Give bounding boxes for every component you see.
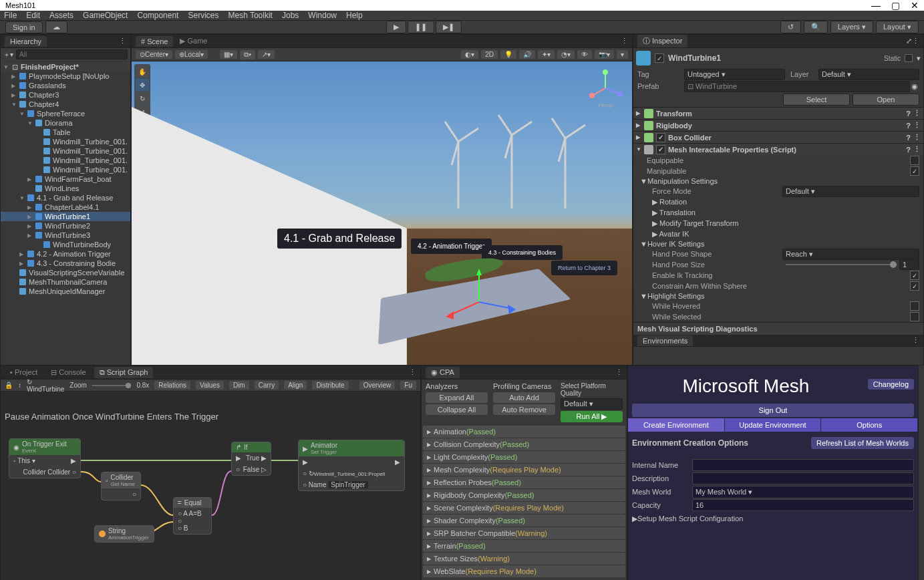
analyzer-row[interactable]: ▶Light Complexity (Passed) — [423, 451, 625, 463]
play-button[interactable]: ▶ — [386, 21, 406, 33]
draw-mode-button[interactable]: ◐▾ — [461, 50, 478, 59]
menu-gameobject[interactable]: GameObject — [83, 11, 128, 20]
rotate-tool[interactable]: ↻ — [136, 92, 149, 104]
step-button[interactable]: ▶❚ — [436, 21, 462, 33]
prefab-open-button[interactable]: Open — [853, 94, 919, 106]
sg-target[interactable]: ↻ WindTurbine — [27, 378, 64, 393]
menu-edit[interactable]: Edit — [26, 11, 40, 20]
while-selected-checkbox[interactable] — [910, 312, 919, 321]
expand-all-button[interactable]: Expand All — [426, 392, 488, 403]
options-tab[interactable]: Options — [821, 418, 918, 432]
constrain-arm-checkbox[interactable]: ✓ — [910, 281, 919, 291]
hierarchy-item[interactable]: ▼4.1 - Grab and Release — [1, 193, 130, 202]
move-gizmo[interactable] — [446, 269, 526, 329]
sg-values[interactable]: Values — [196, 381, 224, 390]
2d-button[interactable]: 2D — [481, 50, 498, 59]
equippable-checkbox[interactable] — [910, 156, 919, 165]
analyzer-row[interactable]: ▶Reflection Probes (Passed) — [423, 476, 625, 488]
hierarchy-item[interactable]: ▶PlaymodeSetup [NoUplo — [1, 71, 130, 81]
hierarchy-item[interactable]: WindLines — [1, 184, 130, 193]
analyzer-row[interactable]: ▶Mesh Complexity (Requires Play Mode) — [423, 464, 625, 476]
hierarchy-item[interactable]: ▶WindFarmFast_boat — [1, 174, 130, 184]
menu-window[interactable]: Window — [308, 11, 337, 20]
sg-lock-icon[interactable]: 🔒 — [5, 382, 13, 389]
hierarchy-create-button[interactable]: ＋▾ — [3, 50, 13, 59]
sg-align[interactable]: Align — [284, 381, 307, 390]
analyzer-row[interactable]: ▶WebSlate (Requires Play Mode) — [423, 565, 625, 577]
capacity-field[interactable] — [692, 499, 914, 511]
force-mode-dropdown[interactable]: Default ▾ — [782, 186, 919, 197]
create-env-tab[interactable]: Create Environment — [628, 418, 725, 432]
hidden-toggle[interactable]: 👁 — [577, 50, 592, 59]
inspector-lock-icon[interactable]: ⤢ — [906, 37, 912, 45]
hierarchy-item[interactable]: WindTurbineBody — [1, 240, 130, 249]
analyzer-row[interactable]: ▶SRP Batcher Compatible (Warning) — [423, 527, 625, 539]
scene-tab[interactable]: # Scene — [136, 36, 173, 47]
hand-pose-size-field[interactable]: 1 — [899, 259, 919, 270]
cloud-button[interactable]: ☁ — [45, 21, 67, 33]
layers-dropdown[interactable]: Layers ▾ — [830, 21, 873, 33]
menu-jobs[interactable]: Jobs — [282, 11, 299, 20]
layer-dropdown[interactable]: Default ▾ — [818, 69, 919, 80]
gameobject-active-checkbox[interactable]: ✓ — [655, 53, 664, 63]
sg-toggle-icon[interactable]: ↕ — [18, 382, 21, 389]
sg-relations[interactable]: Relations — [154, 381, 190, 390]
game-tab[interactable]: ▶ Game — [174, 35, 212, 47]
rigidbody-component[interactable]: Rigidbody — [656, 122, 903, 130]
hierarchy-item[interactable]: ▶WindTurbine3 — [1, 231, 130, 240]
analyzer-row[interactable]: ▶Shader Complexity (Passed) — [423, 515, 625, 527]
project-tab[interactable]: ▪ Project — [5, 367, 43, 378]
analyzer-row[interactable]: ▶Collision Complexity (Passed) — [423, 438, 625, 450]
close-button[interactable]: ✕ — [911, 0, 919, 11]
static-checkbox[interactable] — [905, 54, 913, 62]
hierarchy-item[interactable]: ▶Grasslands — [1, 81, 130, 90]
menu-help[interactable]: Help — [346, 11, 363, 20]
menu-services[interactable]: Services — [188, 11, 218, 20]
setup-mesh-script[interactable]: Setup Mesh Script Configuration — [637, 515, 743, 523]
space-button[interactable]: ⊕Local▾ — [175, 50, 208, 59]
move-tool[interactable]: ✥ — [136, 79, 149, 91]
hierarchy-item[interactable]: VisualScriptingSceneVariable — [1, 268, 130, 277]
increment-button[interactable]: ↗▾ — [258, 50, 275, 59]
node-equal[interactable]: =Equal ○ A A=B ○○ B — [173, 497, 212, 535]
hand-pose-shape-dropdown[interactable]: Reach ▾ — [782, 249, 919, 260]
search-button[interactable]: 🔍 — [804, 21, 828, 33]
hierarchy-item[interactable]: MeshThumbnailCamera — [1, 277, 130, 287]
boxcollider-component[interactable]: Box Collider — [668, 134, 903, 142]
mip-component[interactable]: Mesh Interactable Properties (Script) — [668, 146, 903, 154]
hierarchy-item[interactable]: ▼Chapter4 — [1, 100, 130, 109]
hierarchy-tab[interactable]: Hierarchy — [5, 36, 47, 47]
node-get-name[interactable]: ▫ColliderGet Name ○ — [101, 472, 141, 500]
camera-button[interactable]: 📷▾ — [595, 50, 614, 59]
hierarchy-item[interactable]: Table — [1, 128, 130, 137]
hierarchy-item[interactable]: Windmill_Turbine_001. — [1, 156, 130, 165]
hierarchy-search[interactable] — [16, 49, 128, 59]
node-if[interactable]: ↱If ▶ True ▶ ○ False ▷ — [231, 442, 271, 476]
cpa-tab[interactable]: ◉ CPA — [426, 367, 460, 378]
tag-dropdown[interactable]: Untagged ▾ — [684, 69, 785, 80]
light-toggle[interactable]: 💡 — [500, 50, 516, 59]
enable-ik-checkbox[interactable]: ✓ — [910, 271, 919, 280]
boxcollider-enabled[interactable]: ✓ — [656, 133, 665, 142]
node-string[interactable]: StringAnimationTrigger — [94, 525, 154, 543]
console-tab[interactable]: ⊟ Console — [45, 367, 91, 378]
scene-name[interactable]: FinishedProject* — [21, 63, 79, 71]
menu-assets[interactable]: Assets — [49, 11, 73, 20]
menu-file[interactable]: File — [4, 11, 17, 20]
snap-button[interactable]: ⧉▾ — [240, 50, 255, 59]
maximize-button[interactable]: ▢ — [891, 0, 900, 11]
inspector-menu-icon[interactable]: ⋮ — [912, 37, 919, 45]
hierarchy-item[interactable]: Windmill_Turbine_001. — [1, 146, 130, 156]
sg-distribute[interactable]: Distribute — [312, 381, 348, 390]
hierarchy-add-icon[interactable]: ⋮ — [119, 37, 126, 45]
sg-dim[interactable]: Dim — [229, 381, 249, 390]
update-env-tab[interactable]: Update Environment — [725, 418, 822, 432]
gameobject-name[interactable]: WindTurbine1 — [668, 53, 880, 63]
sg-carry[interactable]: Carry — [255, 381, 279, 390]
menu-mesh-toolkit[interactable]: Mesh Toolkit — [228, 11, 272, 20]
inspector-tab[interactable]: ⓘ Inspector — [637, 35, 687, 47]
script-graph-tab[interactable]: ⧉ Script Graph — [94, 367, 154, 378]
while-hovered-checkbox[interactable] — [910, 301, 919, 311]
collapse-all-button[interactable]: Collapse All — [426, 404, 488, 415]
hierarchy-item[interactable]: ▶ChapterLabel4.1 — [1, 202, 130, 212]
